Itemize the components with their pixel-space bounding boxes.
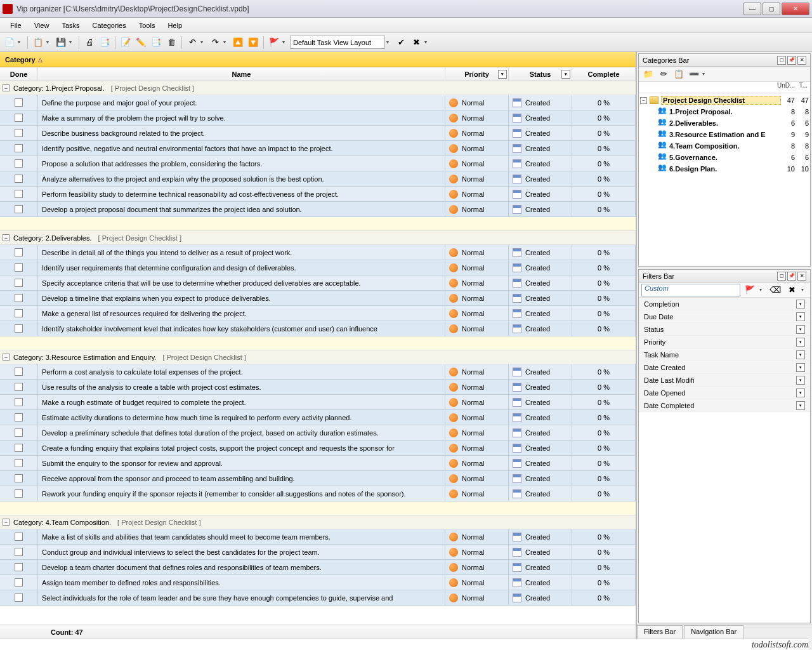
filter-row[interactable]: Due Date▾ (639, 310, 810, 323)
task-row[interactable]: Develop a project proposal document that… (0, 202, 636, 217)
redo-icon[interactable]: ↷ (208, 36, 222, 50)
tree-item[interactable]: 5.Governance.66 (640, 152, 809, 163)
filter-row[interactable]: Status▾ (639, 323, 810, 336)
dropdown-icon[interactable]: ▾ (796, 401, 805, 410)
edit-category-icon[interactable]: ✏ (657, 67, 671, 81)
menu-tools[interactable]: Tools (133, 20, 162, 31)
cell-done[interactable] (0, 545, 38, 559)
cell-done[interactable] (0, 275, 38, 290)
filter-button[interactable]: ▾ (561, 70, 570, 79)
restore-icon[interactable]: ◻ (777, 56, 786, 65)
checkbox[interactable] (15, 294, 23, 302)
checkbox[interactable] (15, 594, 23, 602)
filter-row[interactable]: Completion▾ (639, 298, 810, 310)
dropdown-icon[interactable]: ▾ (386, 39, 393, 45)
maximize-button[interactable]: ◻ (763, 3, 780, 15)
checkbox[interactable] (15, 489, 23, 498)
close-panel-icon[interactable]: ✕ (797, 272, 806, 281)
collapse-icon[interactable]: − (3, 519, 10, 526)
dropdown-icon[interactable]: ▾ (702, 71, 709, 77)
dropdown-icon[interactable]: ▾ (796, 325, 805, 334)
cell-done[interactable] (0, 245, 38, 260)
cell-done[interactable] (0, 380, 38, 394)
restore-icon[interactable]: ◻ (777, 272, 786, 281)
cell-done[interactable] (0, 410, 38, 425)
checkbox[interactable] (15, 413, 23, 421)
checkbox[interactable] (15, 114, 23, 122)
filter-row[interactable]: Date Opened▾ (639, 387, 810, 399)
checkbox[interactable] (15, 444, 23, 452)
checkbox[interactable] (15, 459, 23, 467)
print-icon[interactable]: 🖨 (82, 36, 96, 50)
checkbox[interactable] (15, 159, 23, 168)
checkbox[interactable] (15, 129, 23, 137)
filter-preset-select[interactable]: Custom (641, 284, 740, 296)
category-group-header[interactable]: Category △ (0, 52, 636, 67)
task-row[interactable]: Identify stakeholder involvement level t… (0, 321, 636, 336)
cell-done[interactable] (0, 202, 38, 216)
dropdown-icon[interactable]: ▾ (796, 312, 805, 321)
dropdown-icon[interactable]: ▾ (796, 338, 805, 347)
flag-icon[interactable]: 🚩 (267, 36, 281, 50)
col-done[interactable]: Done (0, 67, 38, 81)
cell-done[interactable] (0, 291, 38, 305)
task-row[interactable]: Rework your funding enquiry if the spons… (0, 486, 636, 501)
collapse-icon[interactable]: − (640, 97, 647, 104)
task-row[interactable]: Develop a timeline that explains when yo… (0, 291, 636, 306)
task-row[interactable]: Use results of the analysis to create a … (0, 380, 636, 395)
delete-icon[interactable]: 🗑 (164, 36, 178, 50)
dropdown-icon[interactable]: ▾ (796, 350, 805, 359)
task-row[interactable]: Perform feasibility study to determine t… (0, 187, 636, 202)
task-row[interactable]: Make a general list of resources require… (0, 306, 636, 321)
filter-row[interactable]: Date Last Modifi▾ (639, 374, 810, 387)
cell-done[interactable] (0, 187, 38, 201)
cell-done[interactable] (0, 364, 38, 379)
new-task-icon[interactable]: 📝 (119, 36, 133, 50)
checkbox[interactable] (15, 533, 23, 541)
menu-categories[interactable]: Categories (86, 20, 133, 31)
pin-icon[interactable]: 📌 (787, 272, 796, 281)
dropdown-icon[interactable]: ▾ (282, 39, 289, 45)
group-row[interactable]: −Category: 4.Team Composition.[ Project … (0, 515, 636, 529)
task-row[interactable]: Make a summary of the problem the projec… (0, 110, 636, 126)
filter-row[interactable]: Priority▾ (639, 336, 810, 348)
tree-item[interactable]: 2.Deliverables.66 (640, 117, 809, 129)
cell-done[interactable] (0, 471, 38, 486)
checkbox[interactable] (15, 563, 23, 571)
group-row[interactable]: −Category: 3.Resource Estimation and Enq… (0, 350, 636, 364)
checkbox[interactable] (15, 205, 23, 213)
new-file-icon[interactable]: 📄 (3, 36, 16, 50)
cell-done[interactable] (0, 441, 38, 455)
task-row[interactable]: Assign team member to defined roles and … (0, 575, 636, 590)
menu-view[interactable]: View (28, 20, 56, 31)
task-row[interactable]: Define the purpose and major goal of you… (0, 95, 636, 110)
layout-select[interactable] (290, 36, 385, 49)
filter-row[interactable]: Date Created▾ (639, 361, 810, 374)
clear-icon[interactable]: ✖ (409, 36, 423, 50)
checkbox[interactable] (15, 309, 23, 317)
close-panel-icon[interactable]: ✕ (797, 56, 806, 65)
cell-done[interactable] (0, 156, 38, 171)
print-preview-icon[interactable]: 📑 (98, 36, 112, 50)
cell-done[interactable] (0, 321, 38, 336)
undo-icon[interactable]: ↶ (185, 36, 199, 50)
task-row[interactable]: Analyze alternatives to the project and … (0, 171, 636, 187)
move-down-icon[interactable]: 🔽 (246, 36, 260, 50)
cell-done[interactable] (0, 395, 38, 409)
tree-item[interactable]: 4.Team Composition.88 (640, 140, 809, 152)
checkbox[interactable] (15, 428, 23, 437)
cell-done[interactable] (0, 456, 38, 470)
minimize-button[interactable]: — (743, 3, 761, 15)
dropdown-icon[interactable]: ▾ (223, 39, 230, 45)
dropdown-icon[interactable]: ▾ (46, 39, 53, 45)
category-tree[interactable]: −Project Design Checklist47471.Project P… (639, 93, 810, 266)
group-row[interactable]: −Category: 1.Project Proposal.[ Project … (0, 81, 636, 95)
checkbox[interactable] (15, 383, 23, 391)
new-category-icon[interactable]: 📁 (641, 67, 655, 81)
filter-row[interactable]: Date Completed▾ (639, 399, 810, 412)
dropdown-icon[interactable]: ▾ (759, 287, 766, 293)
task-row[interactable]: Create a funding enquiry that explains t… (0, 441, 636, 456)
checkbox[interactable] (15, 324, 23, 333)
collapse-icon[interactable]: − (3, 234, 10, 241)
col-status[interactable]: Status▾ (509, 67, 572, 81)
